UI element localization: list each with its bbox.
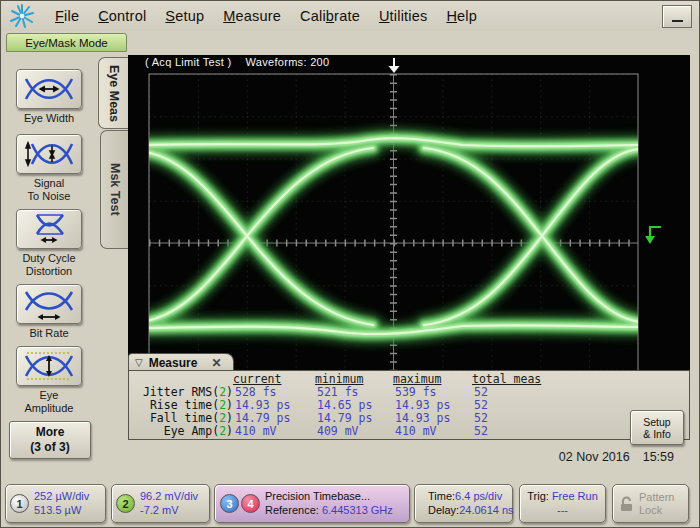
cell-value: 410 mV [233,425,315,438]
channel-1-button[interactable]: 1 252 µW/div 513.5 µW [5,484,106,523]
cell-value: 52 [472,425,572,438]
measure-table: current minimum maximum total meas Jitte… [135,373,572,438]
menu-help[interactable]: Help [446,8,477,24]
time-value: 6.4 ps/div [455,490,502,502]
display-header: ( Acq Limit Test ) Waveforms: 200 [145,56,329,68]
channel-1-badge: 1 [10,494,29,513]
eye-width-button[interactable] [16,69,82,109]
trigger-button[interactable]: Trig: Free Run --- [519,484,606,523]
bit-rate-label: Bit Rate [29,327,68,339]
signal-to-noise-label-1: Signal [34,177,65,189]
row-label: Eye Amp(2) [135,425,233,438]
close-icon[interactable]: ✕ [211,356,221,370]
minimize-button[interactable] [662,5,692,28]
menu-file[interactable]: File [55,8,79,24]
waveforms-count: Waveforms: 200 [246,56,330,68]
eye-width-icon [24,74,74,104]
oscilloscope-window: File Control Setup Measure Calibrate Uti… [0,0,700,528]
cell-value: 409 mV [315,425,393,438]
delay-value: 24.0614 ns [459,504,513,516]
bit-rate-button[interactable] [16,284,82,324]
signal-to-noise-button[interactable] [16,134,82,174]
eye-amplitude-button[interactable] [16,346,82,386]
tab-msk-test[interactable]: Msk Test [100,130,128,249]
duty-cycle-label-2: Distortion [26,265,72,277]
collapse-icon[interactable]: ▽ [135,358,143,368]
duty-cycle-distortion-icon [24,213,74,245]
sidebar-item-eye-width: Eye Width [1,69,97,125]
channel-3-badge: 3 [220,494,239,513]
duty-cycle-distortion-button[interactable] [16,209,82,249]
channel-2-button[interactable]: 2 96.2 mV/div -7.2 mV [111,484,210,523]
reference-label: Reference: [265,504,319,516]
channel-1-scale: 252 µW/div [34,490,89,502]
menu-measure[interactable]: Measure [223,8,281,24]
duty-cycle-label-1: Duty Cycle [22,252,75,264]
menu-setup[interactable]: Setup [165,8,204,24]
eye-amplitude-label-1: Eye [40,389,59,401]
setup-info-button[interactable]: Setup & Info [630,410,684,445]
signal-to-noise-icon [24,139,74,169]
more-button[interactable]: More (3 of 3) [9,421,91,459]
menu-calibrate[interactable]: Calibrate [300,8,360,24]
reference-value: 6.445313 GHz [322,504,393,516]
pattern-lock-button[interactable]: Pattern Lock [612,484,689,523]
cell-value: 410 mV [393,425,472,438]
acq-limit-label: ( Acq Limit Test ) [145,56,232,68]
time-label: Time: [428,490,455,502]
sidebar-item-eye-amplitude: Eye Amplitude [1,346,97,414]
measure-panel-body: current minimum maximum total meas Jitte… [128,370,690,440]
tab-eye-meas[interactable]: Eye Meas [98,57,128,129]
eye-amplitude-label-2: Amplitude [25,402,74,414]
minimize-icon [672,20,683,22]
sidebar-item-bit-rate: Bit Rate [1,284,97,340]
measure-panel-title: Measure [149,356,198,370]
channel-1-offset: 513.5 µW [34,504,81,516]
bit-rate-icon [24,288,74,320]
lock-icon [619,496,634,512]
datetime-status: 02 Nov 2016 15:59 [559,450,674,464]
mode-label: Eye/Mask Mode [6,33,127,52]
sidebar-item-signal-to-noise: Signal To Noise [1,134,97,202]
delay-label: Delay: [428,504,459,516]
timebase-button[interactable]: Time:6.4 ps/div Delay:24.0614 ns [414,484,513,523]
menu-bar: File Control Setup Measure Calibrate Uti… [1,1,700,31]
channel-4-badge: 4 [241,494,260,513]
signal-to-noise-label-2: To Noise [28,190,71,202]
channel-2-scale: 96.2 mV/div [140,490,198,502]
menu-utilities[interactable]: Utilities [379,8,428,24]
trig-value: Free Run [552,490,598,502]
trigger-time-marker [389,58,400,73]
menu-control[interactable]: Control [98,8,146,24]
eye-amplitude-icon [24,351,74,381]
time-text: 15:59 [643,450,674,464]
trig-line2: --- [557,504,568,516]
channel-2-offset: -7.2 mV [140,504,179,516]
sidebar-item-duty-cycle: Duty Cycle Distortion [1,209,97,277]
trigger-level-marker [645,227,661,244]
date-text: 02 Nov 2016 [559,450,630,464]
agilent-spark-logo [8,3,36,29]
trig-label: Trig: [527,490,549,502]
measure-panel: ▽ Measure ✕ current minimum maximum tota… [128,353,690,440]
precision-timebase-label: Precision Timebase... [265,490,370,502]
channel-2-badge: 2 [116,494,135,513]
eye-width-label: Eye Width [24,112,74,124]
measure-panel-tab[interactable]: ▽ Measure ✕ [128,353,234,371]
precision-timebase-button[interactable]: 3 4 Precision Timebase... Reference: 6.4… [214,484,410,523]
